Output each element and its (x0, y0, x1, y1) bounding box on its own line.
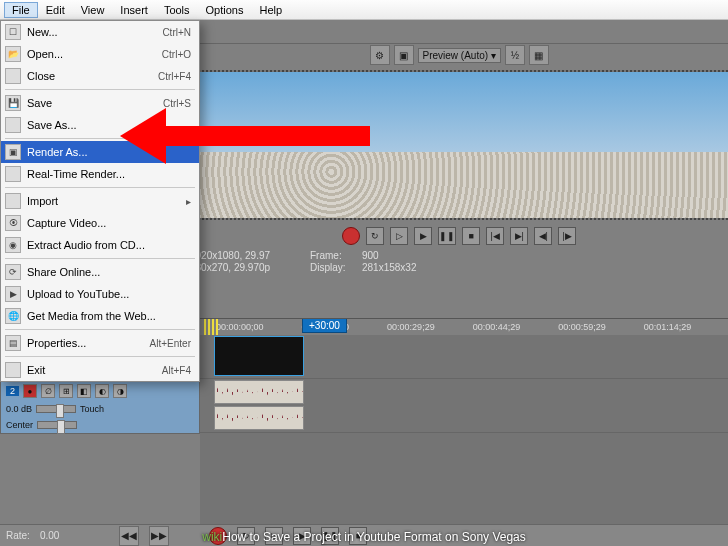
cursor-time-display: +30:00 (302, 318, 347, 333)
frame-value: 900 (362, 250, 442, 261)
invert-phase-icon[interactable]: ∅ (41, 384, 55, 398)
menu-item-import[interactable]: Import▸ (1, 190, 199, 212)
menu-item-new[interactable]: ☐New...Ctrl+N (1, 21, 199, 43)
menu-item-icon: 🌐 (5, 308, 21, 324)
vol-label: 0.0 dB (6, 404, 32, 414)
video-clip[interactable] (214, 336, 304, 376)
menu-item-icon: ▣ (5, 144, 21, 160)
prev-frame-button[interactable]: ◀| (534, 227, 552, 245)
menu-item-label: New... (27, 26, 156, 38)
preview-settings-icon[interactable]: ⚙ (370, 45, 390, 65)
transport-controls: ↻ ▷ ▶ ❚❚ ■ |◀ ▶| ◀| |▶ (126, 224, 728, 248)
ruler-mark: 00:01:14;29 (644, 322, 692, 332)
menu-item-shortcut: Ctrl+O (162, 49, 191, 60)
video-track-lane[interactable] (200, 335, 728, 379)
tutorial-caption: wikiHow to Save a Project in Youtube For… (0, 530, 728, 544)
menu-item-real-time-render[interactable]: Real-Time Render... (1, 163, 199, 185)
record-button[interactable] (342, 227, 360, 245)
menu-item-icon (5, 362, 21, 378)
display-label: Display: (310, 262, 362, 273)
region-markers (204, 319, 218, 335)
go-start-button[interactable]: |◀ (486, 227, 504, 245)
menu-item-icon (5, 117, 21, 133)
menu-item-icon: ▶ (5, 286, 21, 302)
menu-item-label: Extract Audio from CD... (27, 239, 185, 251)
menu-item-label: Exit (27, 364, 156, 376)
ruler-mark: 00:00:00;00 (216, 322, 264, 332)
audio-clip-right[interactable] (214, 406, 304, 430)
menu-item-label: Real-Time Render... (27, 168, 185, 180)
display-value: 281x158x32 (362, 262, 442, 273)
automation-icon[interactable]: ◧ (77, 384, 91, 398)
menu-item-icon: ⟳ (5, 264, 21, 280)
track-fx-icon[interactable]: ⊞ (59, 384, 73, 398)
menubar: File Edit View Insert Tools Options Help (0, 0, 728, 20)
pan-slider[interactable] (37, 421, 77, 429)
video-preview-panel: ⚙ ▣ Preview (Auto) ▾ ½ ▦ ↻ ▷ ▶ ❚❚ (126, 44, 728, 318)
audio-track-lane[interactable] (200, 379, 728, 433)
arm-record-icon[interactable]: ● (23, 384, 37, 398)
menu-item-label: Get Media from the Web... (27, 310, 185, 322)
menu-item-label: Open... (27, 48, 156, 60)
play-button[interactable]: ▶ (414, 227, 432, 245)
solo-icon[interactable]: ◑ (113, 384, 127, 398)
menu-item-label: Properties... (27, 337, 144, 349)
menu-item-shortcut: Alt+Enter (150, 338, 191, 349)
pan-label: Center (6, 420, 33, 430)
menu-options[interactable]: Options (198, 2, 252, 18)
audio-clip-left[interactable] (214, 380, 304, 404)
preview-external-icon[interactable]: ▣ (394, 45, 414, 65)
touch-mode-label[interactable]: Touch (80, 404, 104, 414)
next-frame-button[interactable]: |▶ (558, 227, 576, 245)
menu-item-upload-to-youtube[interactable]: ▶Upload to YouTube... (1, 283, 199, 305)
ruler-mark: 00:00:29;29 (387, 322, 435, 332)
menu-tools[interactable]: Tools (156, 2, 198, 18)
menu-item-share-online[interactable]: ⟳Share Online... (1, 261, 199, 283)
menu-item-shortcut: Ctrl+N (162, 27, 191, 38)
menu-item-icon (5, 68, 21, 84)
file-menu-dropdown: ☐New...Ctrl+N📂Open...Ctrl+OCloseCtrl+F4💾… (0, 20, 200, 382)
menu-item-icon: ⦿ (5, 215, 21, 231)
menu-item-shortcut: ▸ (186, 196, 191, 207)
menu-insert[interactable]: Insert (112, 2, 156, 18)
preview-value: 480x270, 29.970p (190, 262, 310, 273)
annotation-arrow (120, 108, 370, 164)
menu-item-icon: ▤ (5, 335, 21, 351)
menu-item-get-media-from-the-web[interactable]: 🌐Get Media from the Web... (1, 305, 199, 327)
menu-item-icon: ◉ (5, 237, 21, 253)
preview-quality-dropdown[interactable]: Preview (Auto) ▾ (418, 48, 501, 63)
menu-edit[interactable]: Edit (38, 2, 73, 18)
menu-item-icon: ☐ (5, 24, 21, 40)
menu-item-properties[interactable]: ▤Properties...Alt+Enter (1, 332, 199, 354)
ruler-mark: 00:00:44;29 (473, 322, 521, 332)
menu-item-capture-video[interactable]: ⦿Capture Video... (1, 212, 199, 234)
menu-item-open[interactable]: 📂Open...Ctrl+O (1, 43, 199, 65)
go-end-button[interactable]: ▶| (510, 227, 528, 245)
menu-item-exit[interactable]: ExitAlt+F4 (1, 359, 199, 381)
project-value: 1920x1080, 29.97 (190, 250, 310, 261)
menu-item-label: Upload to YouTube... (27, 288, 185, 300)
menu-item-label: Capture Video... (27, 217, 185, 229)
audio-track-header[interactable]: 2 ● ∅ ⊞ ◧ ◐ ◑ 0.0 dB Touch (0, 380, 200, 434)
menu-view[interactable]: View (73, 2, 113, 18)
menu-help[interactable]: Help (251, 2, 290, 18)
preview-overlay-icon[interactable]: ▦ (529, 45, 549, 65)
play-start-button[interactable]: ▷ (390, 227, 408, 245)
pause-button[interactable]: ❚❚ (438, 227, 456, 245)
menu-item-shortcut: Ctrl+F4 (158, 71, 191, 82)
stop-button[interactable]: ■ (462, 227, 480, 245)
track-lanes[interactable]: -Inf.121824303642 (200, 335, 728, 546)
preview-half-button[interactable]: ½ (505, 45, 525, 65)
mute-icon[interactable]: ◐ (95, 384, 109, 398)
menu-item-icon (5, 193, 21, 209)
menu-item-label: Import (27, 195, 180, 207)
menu-item-close[interactable]: CloseCtrl+F4 (1, 65, 199, 87)
frame-label: Frame: (310, 250, 362, 261)
menu-item-extract-audio-from-cd[interactable]: ◉Extract Audio from CD... (1, 234, 199, 256)
menu-item-shortcut: Alt+F4 (162, 365, 191, 376)
menu-file[interactable]: File (4, 2, 38, 18)
loop-button[interactable]: ↻ (366, 227, 384, 245)
menu-item-label: Share Online... (27, 266, 185, 278)
menu-item-label: Close (27, 70, 152, 82)
vol-slider[interactable] (36, 405, 76, 413)
